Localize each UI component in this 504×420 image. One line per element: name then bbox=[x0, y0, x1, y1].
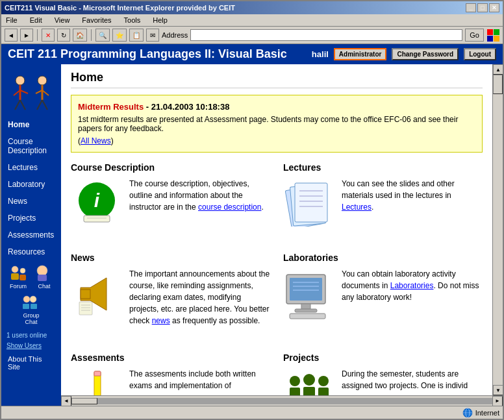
favorites-button[interactable]: ⭐ bbox=[112, 29, 127, 42]
go-button[interactable]: Go bbox=[465, 29, 484, 42]
svg-point-51 bbox=[290, 376, 300, 386]
projects-text: During the semester, students are assign… bbox=[342, 368, 483, 391]
win-logo-blue bbox=[487, 36, 493, 42]
lectures-svg bbox=[285, 178, 334, 227]
svg-rect-45 bbox=[295, 309, 317, 312]
section-lectures: Lectures bbox=[283, 162, 483, 227]
section-projects: Projects bbox=[283, 352, 483, 395]
admin-button[interactable]: Administrator bbox=[334, 48, 387, 60]
refresh-button[interactable]: ↻ bbox=[57, 29, 70, 42]
status-bar: Internet bbox=[1, 406, 503, 419]
menu-view[interactable]: View bbox=[53, 16, 71, 25]
address-bar: Address bbox=[162, 29, 462, 41]
logo-svg bbox=[8, 71, 54, 113]
content-wrapper: Home Midterm Results - 21.04.2003 10:18:… bbox=[61, 64, 503, 406]
group-chat-icon-container[interactable]: Group Chat bbox=[20, 293, 43, 325]
scroll-left-button[interactable]: ◄ bbox=[61, 396, 71, 406]
news-icon-wrapper bbox=[71, 268, 123, 320]
chat-icon-svg bbox=[34, 264, 54, 282]
scroll-track-h bbox=[71, 398, 492, 404]
sidebar-item-resources[interactable]: Resources bbox=[1, 243, 61, 260]
svg-point-14 bbox=[20, 268, 25, 273]
forum-icon bbox=[8, 264, 28, 283]
about-site-link[interactable]: About This Site bbox=[1, 351, 61, 375]
page-title: Home bbox=[71, 71, 483, 88]
lab-svg bbox=[283, 268, 335, 320]
svg-rect-54 bbox=[303, 387, 315, 395]
history-button[interactable]: 📋 bbox=[129, 29, 144, 42]
projects-svg bbox=[285, 368, 334, 395]
title-bar-buttons: _ □ ✕ bbox=[466, 3, 499, 12]
course-desc-text-after: . bbox=[261, 203, 263, 212]
svg-point-53 bbox=[303, 374, 315, 386]
logout-button[interactable]: Logout bbox=[464, 48, 496, 60]
sidebar-item-home[interactable]: Home bbox=[1, 116, 61, 133]
stop-button[interactable]: ✕ bbox=[42, 29, 55, 42]
show-users-link[interactable]: Show Users bbox=[1, 342, 61, 351]
sidebar-item-news[interactable]: News bbox=[1, 193, 61, 210]
announcement-box: Midterm Results - 21.04.2003 10:18:38 1s… bbox=[71, 95, 483, 153]
close-button[interactable]: ✕ bbox=[489, 3, 499, 12]
mail-button[interactable]: ✉ bbox=[146, 29, 159, 42]
forward-button[interactable]: ► bbox=[20, 29, 33, 42]
projects-body: During the semester, students are assign… bbox=[283, 368, 483, 395]
news-body: The important announcements about the co… bbox=[71, 268, 270, 327]
main-layout: Home Course Description Lectures Laborat… bbox=[1, 64, 503, 406]
news-link[interactable]: news bbox=[152, 316, 170, 325]
chat-icon-container[interactable]: Chat bbox=[33, 264, 56, 290]
lectures-body: You can see the slides and other materia… bbox=[283, 178, 483, 227]
lectures-link[interactable]: Lectures bbox=[342, 203, 372, 212]
menu-edit[interactable]: Edit bbox=[29, 16, 44, 25]
sidebar-item-assessments[interactable]: Assessments bbox=[1, 227, 61, 243]
address-input[interactable] bbox=[190, 29, 462, 41]
laboratories-text: You can obtain laboratory activity docum… bbox=[342, 268, 483, 303]
menu-favorites[interactable]: Favorites bbox=[81, 16, 112, 25]
sidebar-item-course-description[interactable]: Course Description bbox=[1, 133, 61, 159]
assess-svg bbox=[76, 368, 118, 395]
svg-rect-50 bbox=[94, 371, 101, 376]
announcement-date: - 21.04.2003 10:18:38 bbox=[144, 102, 229, 112]
scroll-down-button[interactable]: ▼ bbox=[493, 385, 503, 395]
logo-illustration bbox=[8, 71, 54, 113]
change-password-button[interactable]: Change Password bbox=[392, 48, 459, 60]
course-description-link[interactable]: course description bbox=[198, 203, 261, 212]
search-button[interactable]: 🔍 bbox=[95, 29, 110, 42]
svg-rect-24 bbox=[84, 216, 110, 222]
sidebar-item-lectures[interactable]: Lectures bbox=[1, 159, 61, 176]
scroll-thumb-h[interactable] bbox=[71, 398, 97, 404]
menu-tools[interactable]: Tools bbox=[123, 16, 142, 25]
status-internet-label: Internet bbox=[475, 409, 499, 417]
sidebar-icon-section: Forum Chat bbox=[1, 260, 61, 328]
home-button[interactable]: 🏠 bbox=[73, 29, 87, 42]
group-chat-icon-svg bbox=[21, 293, 41, 312]
menu-file[interactable]: File bbox=[5, 16, 19, 25]
svg-rect-15 bbox=[19, 275, 26, 280]
svg-rect-34 bbox=[81, 290, 90, 299]
svg-rect-56 bbox=[318, 388, 329, 395]
all-news-link[interactable]: All News bbox=[81, 136, 111, 145]
svg-rect-21 bbox=[31, 304, 37, 309]
sidebar-item-projects[interactable]: Projects bbox=[1, 210, 61, 227]
maximize-button[interactable]: □ bbox=[477, 3, 488, 12]
separator-1 bbox=[37, 29, 38, 41]
lectures-icon-wrapper bbox=[283, 178, 335, 227]
sidebar-item-laboratory[interactable]: Laboratory bbox=[1, 176, 61, 193]
forum-icon-container[interactable]: Forum bbox=[7, 264, 30, 290]
menu-help[interactable]: Help bbox=[151, 16, 169, 25]
scroll-right-button[interactable]: ► bbox=[492, 396, 503, 406]
scroll-up-button[interactable]: ▲ bbox=[493, 64, 503, 75]
assessments-title: Assesments bbox=[71, 352, 270, 363]
assessments-icon-wrapper bbox=[71, 368, 123, 395]
minimize-button[interactable]: _ bbox=[466, 3, 476, 12]
forum-icon-svg bbox=[8, 264, 28, 282]
news-text: The important announcements about the co… bbox=[129, 268, 270, 327]
sidebar: Home Course Description Lectures Laborat… bbox=[1, 64, 61, 406]
laboratories-link[interactable]: Laboratories bbox=[390, 281, 434, 290]
svg-point-19 bbox=[30, 296, 36, 303]
scroll-thumb-v[interactable] bbox=[493, 75, 503, 94]
scrollbar-vertical[interactable]: ▲ ▼ bbox=[492, 64, 503, 395]
svg-rect-35 bbox=[79, 302, 92, 315]
svg-point-16 bbox=[37, 266, 47, 276]
back-button[interactable]: ◄ bbox=[5, 29, 18, 42]
scrollbar-horizontal[interactable]: ◄ ► bbox=[61, 395, 503, 406]
